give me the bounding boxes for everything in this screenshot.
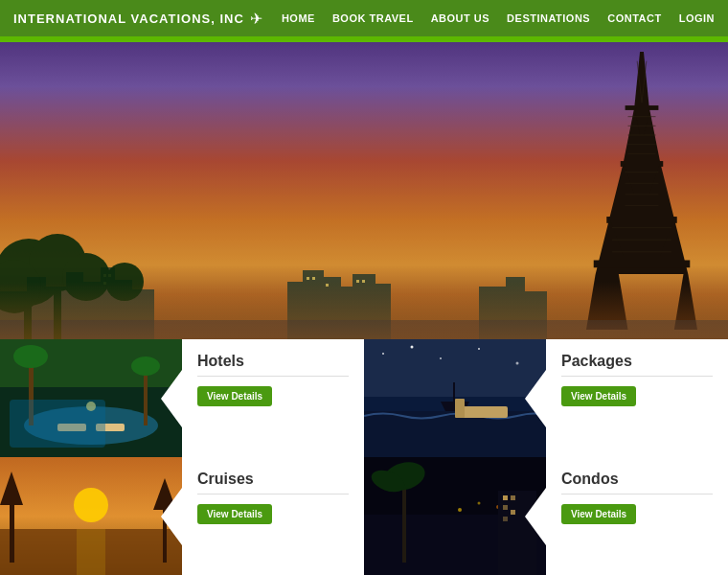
card-cruises-image <box>0 457 182 575</box>
svg-point-67 <box>131 356 160 376</box>
card-packages-btn[interactable]: View Details <box>561 386 636 406</box>
card-cruises: Cruises View Details <box>0 457 364 575</box>
svg-point-76 <box>382 353 384 355</box>
card-hotels: Hotels View Details <box>0 339 364 457</box>
card-condos-content: Condos View Details <box>546 457 728 575</box>
card-packages-title: Packages <box>561 353 713 370</box>
card-hotels-image <box>0 339 182 457</box>
svg-point-78 <box>440 357 442 359</box>
logo-text: INTERNATIONAL VACATIONS, INC <box>13 12 244 26</box>
svg-rect-103 <box>511 510 515 515</box>
card-condos: Condos View Details <box>364 457 728 575</box>
card-cruises-btn[interactable]: View Details <box>197 504 272 524</box>
svg-rect-64 <box>29 358 34 426</box>
svg-rect-82 <box>455 399 465 418</box>
svg-rect-49 <box>312 277 315 280</box>
card-hotels-divider <box>197 376 349 377</box>
plane-icon: ✈ <box>250 10 262 28</box>
svg-rect-81 <box>460 406 508 418</box>
nav-contact[interactable]: CONTACT <box>607 12 661 24</box>
svg-rect-66 <box>144 368 148 426</box>
card-packages-image <box>364 339 546 457</box>
card-condos-image <box>364 457 546 575</box>
cards-section: Hotels View Details <box>0 339 728 575</box>
card-condos-title: Condos <box>561 471 713 488</box>
logo-area: INTERNATIONAL VACATIONS, INC ✈ <box>13 10 262 28</box>
nav-about-us[interactable]: ABOUT US <box>431 12 489 24</box>
svg-rect-99 <box>498 491 536 575</box>
svg-point-65 <box>13 345 48 368</box>
svg-point-80 <box>516 362 519 365</box>
hero-glow <box>0 282 728 339</box>
svg-rect-88 <box>163 505 167 563</box>
hero-section <box>0 42 728 339</box>
svg-rect-48 <box>307 277 309 280</box>
card-packages-content: Packages View Details <box>546 339 728 457</box>
card-hotels-btn[interactable]: View Details <box>197 386 272 406</box>
svg-rect-90 <box>77 529 105 575</box>
svg-point-70 <box>86 402 96 411</box>
svg-rect-69 <box>96 424 125 431</box>
svg-point-96 <box>458 508 462 512</box>
svg-point-84 <box>74 488 108 522</box>
card-condos-divider <box>561 494 713 494</box>
card-hotels-content: Hotels View Details <box>182 339 364 457</box>
svg-rect-73 <box>364 411 546 457</box>
card-cruises-divider <box>197 494 349 494</box>
svg-rect-100 <box>503 495 508 500</box>
header: INTERNATIONAL VACATIONS, INC ✈ HOME BOOK… <box>0 0 728 36</box>
svg-point-77 <box>411 346 414 349</box>
card-hotels-title: Hotels <box>197 353 349 370</box>
svg-rect-68 <box>57 424 86 431</box>
svg-point-63 <box>24 406 158 445</box>
nav: HOME BOOK TRAVEL ABOUT US DESTINATIONS C… <box>282 12 715 24</box>
svg-point-79 <box>478 348 480 350</box>
card-cruises-title: Cruises <box>197 471 349 488</box>
nav-book-travel[interactable]: BOOK TRAVEL <box>332 12 414 24</box>
card-packages-divider <box>561 376 713 377</box>
svg-rect-102 <box>503 505 508 510</box>
card-cruises-content: Cruises View Details <box>182 457 364 575</box>
svg-rect-86 <box>10 495 14 563</box>
svg-point-97 <box>478 502 481 505</box>
svg-rect-104 <box>503 517 508 521</box>
nav-home[interactable]: HOME <box>282 12 315 24</box>
card-packages: Packages View Details <box>364 339 728 457</box>
svg-rect-101 <box>511 495 515 500</box>
nav-destinations[interactable]: DESTINATIONS <box>507 12 590 24</box>
card-condos-btn[interactable]: View Details <box>561 504 636 524</box>
svg-rect-75 <box>453 382 455 402</box>
nav-login[interactable]: LOGIN <box>679 12 715 24</box>
